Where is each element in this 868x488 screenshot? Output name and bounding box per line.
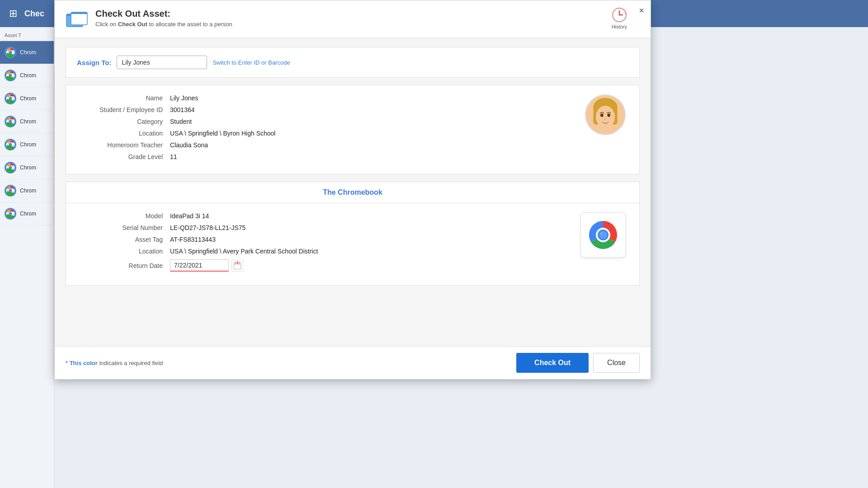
person-grade-label: Grade Level <box>80 153 170 160</box>
person-location-label: Location <box>80 130 170 137</box>
person-category-row: Category Student <box>80 118 576 125</box>
sidebar-item-label-3: Chrom <box>20 118 36 125</box>
svg-point-28 <box>596 106 615 128</box>
avatar <box>585 94 626 135</box>
svg-point-42 <box>599 231 607 239</box>
app-title: Chec <box>24 9 44 19</box>
sidebar-item-label-1: Chrom <box>20 72 36 79</box>
chrome-icon-6 <box>5 185 16 197</box>
sidebar-item-3[interactable]: Chrom <box>0 110 54 133</box>
chromebook-serial-label: Serial Number <box>80 224 170 231</box>
person-name-label: Name <box>80 94 170 102</box>
chromebook-model-value: IdeaPad 3i 14 <box>170 212 209 220</box>
sidebar-section-label: Asset T <box>0 27 54 41</box>
assign-to-label: Assign To: <box>77 59 111 66</box>
sidebar-item-1[interactable]: Chrom <box>0 64 54 87</box>
chrome-icon-4 <box>5 139 16 150</box>
required-prefix: * <box>66 360 70 366</box>
history-clock-icon <box>611 6 628 23</box>
chromebook-model-label: Model <box>80 212 170 220</box>
sidebar-item-7[interactable]: Chrom <box>0 202 54 225</box>
svg-rect-19 <box>71 12 87 14</box>
chromebook-asset-tag-value: AT-FS83113443 <box>170 236 216 243</box>
svg-point-31 <box>604 118 607 120</box>
person-grade-row: Grade Level 11 <box>80 153 576 160</box>
sidebar-item-label-6: Chrom <box>20 188 36 194</box>
sidebar-item-6[interactable]: Chrom <box>0 179 54 202</box>
chromebook-info-fields: Model IdeaPad 3i 14 Serial Number LE-QD2… <box>80 212 571 276</box>
modal-title-area: Check Out Asset: Click on Check Out to a… <box>95 9 640 28</box>
sidebar-item-4[interactable]: Chrom <box>0 133 54 156</box>
grid-icon: ⊞ <box>9 8 17 19</box>
chromebook-model-row: Model IdeaPad 3i 14 <box>80 212 571 220</box>
required-field-note: * This color indicates a required field <box>66 360 163 366</box>
modal-header: Check Out Asset: Click on Check Out to a… <box>55 0 651 38</box>
chrome-icon-7 <box>5 208 16 220</box>
chromebook-serial-value: LE-QD27-JS78-LL21-JS75 <box>170 224 245 231</box>
chromebook-return-date-row: Return Date <box>80 259 571 272</box>
required-suffix: indicates a required field <box>98 360 163 366</box>
sidebar-item-label-2: Chrom <box>20 95 36 102</box>
chromebook-asset-tag-row: Asset Tag AT-FS83113443 <box>80 236 571 243</box>
modal-subtitle-suffix: to allocate the asset to a person <box>147 21 232 28</box>
sidebar-item-label-7: Chrom <box>20 211 36 217</box>
modal-subtitle-bold: Check Out <box>118 21 147 28</box>
chromebook-location-label: Location <box>80 248 170 255</box>
chrome-icon-0 <box>5 47 16 58</box>
sidebar-item-label-0: Chrom <box>20 49 36 56</box>
close-button[interactable]: Close <box>593 353 640 373</box>
modal-subtitle: Click on Check Out to allocate the asset… <box>95 21 640 28</box>
person-id-value: 3001364 <box>170 106 195 113</box>
person-name-value: Lily Jones <box>170 94 198 102</box>
chrome-brand-icon <box>587 219 619 251</box>
chromebook-serial-row: Serial Number LE-QD27-JS78-LL21-JS75 <box>80 224 571 231</box>
return-date-input[interactable] <box>170 259 229 272</box>
sidebar-item-5[interactable]: Chrom <box>0 156 54 179</box>
modal-subtitle-prefix: Click on <box>95 21 118 28</box>
person-homeroom-label: Homeroom Teacher <box>80 141 170 149</box>
svg-point-29 <box>600 113 604 117</box>
chromebook-return-date-label: Return Date <box>80 262 170 269</box>
checkout-modal: Check Out Asset: Click on Check Out to a… <box>54 0 651 380</box>
modal-footer: * This color indicates a required field … <box>55 346 651 379</box>
person-id-label: Student / Employee ID <box>80 106 170 113</box>
person-category-value: Student <box>170 118 192 125</box>
avatar-image <box>586 94 625 135</box>
sidebar-item-label-4: Chrom <box>20 141 36 148</box>
history-button[interactable]: History <box>611 6 628 29</box>
person-category-label: Category <box>80 118 170 125</box>
assign-to-section: Assign To: Switch to Enter ID or Barcode <box>66 47 640 78</box>
chromebook-section-title: The Chromebook <box>323 188 382 196</box>
checkout-button[interactable]: Check Out <box>516 353 589 373</box>
svg-point-30 <box>607 113 610 117</box>
calendar-icon[interactable] <box>231 260 243 272</box>
return-date-input-wrapper <box>170 259 243 272</box>
chrome-icon-1 <box>5 70 16 81</box>
sidebar-item-2[interactable]: Chrom <box>0 87 54 110</box>
assign-to-input[interactable] <box>117 56 207 69</box>
chromebook-info-card: Model IdeaPad 3i 14 Serial Number LE-QD2… <box>66 203 640 286</box>
footer-buttons: Check Out Close <box>516 353 640 373</box>
svg-rect-32 <box>234 263 241 269</box>
chrome-icon-2 <box>5 93 16 104</box>
sidebar-item-0[interactable]: Chrom <box>0 41 54 64</box>
chromebook-location-row: Location USA \ Springfield \ Avery Park … <box>80 248 571 255</box>
modal-body: Assign To: Switch to Enter ID or Barcode… <box>55 38 651 346</box>
chrome-icon-5 <box>5 162 16 174</box>
person-grade-value: 11 <box>170 153 177 160</box>
history-label: History <box>612 24 627 29</box>
person-homeroom-value: Claudia Sona <box>170 141 208 149</box>
person-location-value: USA \ Springfield \ Byron High School <box>170 130 275 137</box>
svg-point-43 <box>600 232 603 235</box>
modal-close-x-button[interactable]: × <box>639 6 644 15</box>
svg-rect-34 <box>234 264 241 265</box>
required-color-text: This color <box>70 360 98 366</box>
chromebook-asset-tag-label: Asset Tag <box>80 236 170 243</box>
chrome-icon-3 <box>5 116 16 127</box>
person-info-fields: Name Lily Jones Student / Employee ID 30… <box>80 94 576 165</box>
svg-rect-33 <box>234 263 241 265</box>
person-name-row: Name Lily Jones <box>80 94 576 102</box>
switch-to-id-barcode-link[interactable]: Switch to Enter ID or Barcode <box>212 59 290 66</box>
person-id-row: Student / Employee ID 3001364 <box>80 106 576 113</box>
svg-rect-18 <box>71 12 87 25</box>
